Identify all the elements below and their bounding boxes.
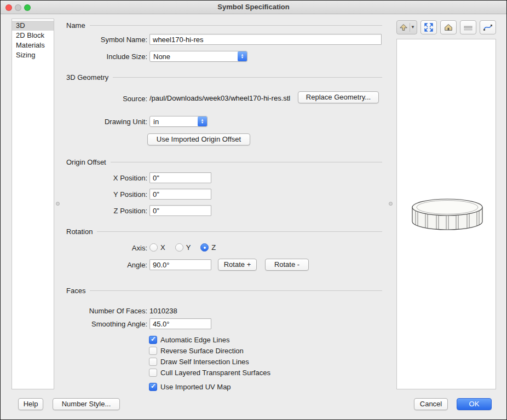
radio-circle-icon [200, 243, 209, 252]
rotate-plus-button[interactable]: Rotate + [218, 259, 257, 271]
fit-to-view-button[interactable] [420, 20, 437, 34]
include-size-value: None [150, 52, 238, 61]
axis-x-label: X [160, 243, 165, 252]
section-divider [111, 162, 382, 162]
z-position-input[interactable] [149, 205, 211, 216]
checkbox-icon [149, 369, 157, 377]
section-divider [113, 77, 382, 78]
radio-circle-icon [175, 243, 183, 252]
title-bar[interactable]: Symbol Specification [1, 1, 506, 14]
section-header-rotation: Rotation [66, 227, 382, 236]
axis-y-label: Y [186, 243, 191, 252]
stepper-icon: ▲▼ [238, 51, 247, 61]
section-title: Rotation [66, 228, 93, 236]
automatic-edge-lines-checkbox[interactable]: Automatic Edge Lines [149, 335, 229, 345]
angle-label: Angle: [64, 260, 147, 271]
house-icon [443, 23, 453, 32]
checkbox-icon [149, 358, 157, 366]
drawing-unit-select[interactable]: in ▲▼ [149, 116, 208, 127]
axis-label: Axis: [64, 243, 147, 254]
sidebar-item-label: 2D Block [16, 31, 44, 39]
section-title: Name [66, 21, 85, 30]
sidebar-item-sizing[interactable]: Sizing [12, 50, 54, 60]
top-view-icon [399, 23, 408, 32]
x-position-label: X Position: [64, 173, 147, 184]
sidebar-item-label: Materials [16, 41, 45, 49]
sidebar-item-label: 3D [16, 21, 25, 30]
symbol-name-input[interactable] [149, 34, 382, 45]
axis-y-radio[interactable]: Y [175, 243, 191, 252]
y-position-label: Y Position: [64, 189, 147, 200]
section-title: Origin Offset [66, 158, 106, 166]
section-header-faces: Faces [66, 286, 382, 295]
symbol-specification-dialog: Symbol Specification 3D 2D Block Materia… [0, 0, 507, 420]
sidebar-item-materials[interactable]: Materials [12, 40, 54, 50]
front-view-button[interactable] [440, 20, 457, 34]
cancel-button[interactable]: Cancel [414, 398, 448, 410]
render-style-button[interactable] [480, 20, 496, 34]
section-title: Faces [66, 287, 85, 295]
draw-self-intersection-lines-checkbox[interactable]: Draw Self Intersection Lines [149, 357, 249, 366]
ok-button[interactable]: OK [457, 398, 492, 410]
section-title: 3D Geometry [66, 73, 108, 81]
section-divider [90, 290, 382, 291]
z-position-label: Z Position: [64, 206, 147, 217]
section-header-name: Name [66, 21, 382, 30]
checkbox-label: Cull Layered Transparent Surfaces [160, 369, 270, 377]
preview-toolbar: ▼ [396, 20, 496, 34]
view-mode-button[interactable]: ▼ [396, 20, 417, 34]
checkbox-icon [149, 383, 157, 391]
symbol-name-label: Symbol Name: [64, 34, 147, 45]
panes-list: 3D 2D Block Materials Sizing [11, 19, 54, 389]
window-title: Symbol Specification [1, 3, 506, 11]
section-view-button[interactable] [460, 20, 476, 34]
use-imported-origin-offset-button[interactable]: Use Imported Origin Offset [147, 133, 250, 145]
stepper-icon: ▲▼ [198, 116, 207, 126]
section-divider [97, 231, 382, 232]
axis-z-radio[interactable]: Z [200, 243, 216, 252]
sidebar-item-label: Sizing [16, 51, 35, 59]
number-style-button[interactable]: Number Style... [53, 398, 120, 410]
rotate-minus-button[interactable]: Rotate - [265, 259, 309, 271]
checkbox-icon [149, 347, 157, 355]
x-position-input[interactable] [149, 172, 211, 183]
number-of-faces-value: 1010238 [149, 306, 177, 317]
splitter-handle-right[interactable] [389, 202, 393, 206]
section-header-origin-offset: Origin Offset [66, 158, 382, 166]
source-label: Source: [64, 94, 147, 104]
axis-x-radio[interactable]: X [149, 243, 165, 252]
include-size-label: Include Size: [64, 51, 147, 62]
number-of-faces-label: Number Of Faces: [64, 306, 147, 317]
help-button[interactable]: Help [18, 398, 43, 410]
checkbox-icon [149, 336, 157, 344]
splitter-handle-left[interactable] [56, 202, 60, 206]
chevron-down-icon: ▼ [410, 23, 416, 32]
replace-geometry-button[interactable]: Replace Geometry... [298, 91, 379, 103]
checkbox-label: Use Imported UV Map [160, 383, 231, 391]
include-size-select[interactable]: None ▲▼ [149, 51, 247, 62]
sidebar-item-3d[interactable]: 3D [12, 21, 54, 31]
checkbox-label: Draw Self Intersection Lines [160, 358, 249, 366]
source-path-value: /paul/Downloads/week03/wheel170-hi-res.s… [149, 93, 290, 104]
3d-preview-pane[interactable] [396, 39, 496, 389]
drawing-unit-value: in [150, 118, 198, 126]
checkbox-label: Reverse Surface Direction [160, 347, 244, 355]
use-imported-uv-map-checkbox[interactable]: Use Imported UV Map [149, 382, 231, 392]
y-position-input[interactable] [149, 189, 211, 200]
axis-radio-group: X Y Z [149, 243, 216, 252]
smoothing-angle-input[interactable] [149, 318, 211, 329]
reverse-surface-direction-checkbox[interactable]: Reverse Surface Direction [149, 346, 244, 355]
cull-layered-transparent-surfaces-checkbox[interactable]: Cull Layered Transparent Surfaces [149, 368, 270, 377]
checkbox-label: Automatic Edge Lines [160, 336, 229, 344]
drawing-unit-label: Drawing Unit: [64, 116, 147, 127]
axis-z-label: Z [211, 243, 216, 252]
section-lines-icon [463, 23, 473, 32]
curve-icon [483, 23, 493, 32]
wheel-3d-model-drawing [409, 194, 486, 238]
section-header-3d-geometry: 3D Geometry [66, 73, 382, 81]
smoothing-angle-label: Smoothing Angle: [64, 319, 147, 330]
fit-to-view-icon [424, 23, 434, 32]
radio-circle-icon [149, 243, 158, 252]
angle-input[interactable] [149, 259, 211, 270]
sidebar-item-2d-block[interactable]: 2D Block [12, 31, 54, 40]
